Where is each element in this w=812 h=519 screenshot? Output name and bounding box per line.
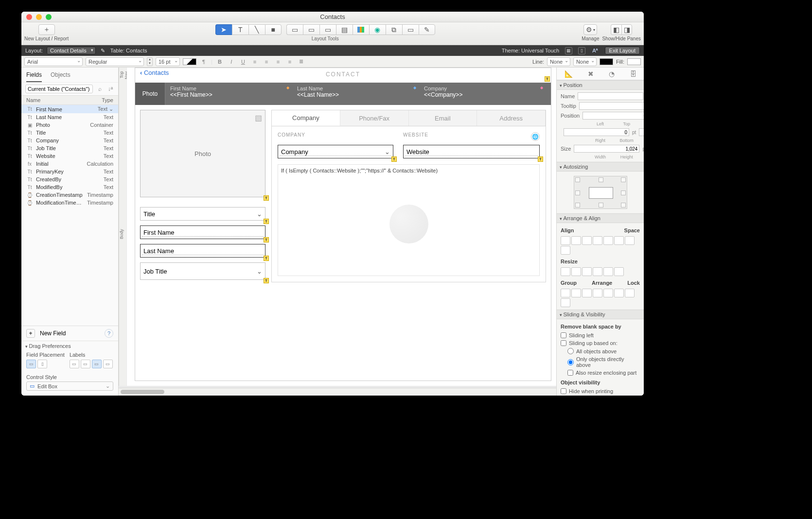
control-style-select[interactable]: ▭Edit Box [26, 381, 113, 391]
tooltip-input[interactable] [579, 102, 644, 110]
align-center-btn[interactable] [571, 236, 581, 245]
drag-prefs-header[interactable]: Drag Preferences [21, 341, 118, 351]
company-field[interactable]: Company⌄T [278, 145, 393, 158]
also-resize-check[interactable]: Also resize enclosing part [567, 370, 640, 376]
layout-selector[interactable]: Contact Details [47, 47, 96, 54]
tab-email[interactable]: Email [409, 110, 477, 126]
web-viewer[interactable]: If ( IsEmpty ( Contacts::Website );"";"h… [278, 164, 540, 276]
label-left[interactable]: ▭ [81, 360, 90, 368]
all-above-radio[interactable]: All objects above [567, 348, 640, 354]
website-field[interactable]: WebsiteT [403, 145, 540, 158]
autosize-control[interactable] [574, 176, 627, 209]
tool-part[interactable]: ▭ [402, 24, 419, 35]
align-bottom-btn[interactable] [614, 236, 624, 245]
underline-icon[interactable]: U [239, 57, 247, 66]
size-select[interactable]: 16 pt [156, 57, 180, 66]
pane-left-button[interactable]: ◧ [611, 24, 621, 35]
inspector-tab-styles[interactable]: ✖︎ [588, 70, 594, 78]
align-toggle-icon[interactable]: ¶ [199, 57, 208, 66]
line-width-select[interactable]: None [547, 57, 570, 66]
tool-field[interactable]: ▭ [286, 24, 303, 35]
section-sliding[interactable]: Sliding & Visibility [557, 310, 644, 319]
italic-icon[interactable]: I [227, 57, 236, 66]
hide-print-check[interactable]: Hide when printing [561, 388, 640, 394]
horizontal-scrollbar[interactable] [119, 388, 556, 396]
tab-objects[interactable]: Objects [51, 71, 71, 82]
sliding-up-check[interactable]: Sliding up based on: [561, 340, 640, 346]
firstname-field[interactable]: First NameT [140, 225, 265, 239]
section-position[interactable]: Position [557, 80, 644, 90]
align-justify-icon[interactable]: ≡ [285, 57, 294, 66]
new-field-row[interactable]: + New Field ? [21, 326, 118, 341]
field-row[interactable]: ⌚CreationTimestampTimestamp [21, 191, 118, 199]
help-icon[interactable]: ? [105, 329, 113, 338]
section-arrange[interactable]: Arrange & Align [557, 213, 644, 223]
space-v-btn[interactable] [561, 246, 570, 255]
tab-address[interactable]: Address [477, 110, 546, 126]
part-topnav-label[interactable]: Top Nav. [119, 68, 126, 82]
tool-webviewer[interactable]: ◉ [369, 24, 386, 35]
table-selector[interactable]: Current Table ("Contacts") [25, 85, 93, 93]
canvas[interactable]: Top Nav. Body Contacts CONTACT T Photo F… [119, 68, 556, 396]
tool-portal[interactable]: ▤ [336, 24, 353, 35]
tool-button[interactable]: ▭ [303, 24, 319, 35]
part-body-label[interactable]: Body [119, 82, 126, 386]
search-icon[interactable]: ⌕ [96, 85, 104, 93]
only-above-radio[interactable]: Only objects directly above [567, 356, 640, 368]
field-row[interactable]: TtPrimaryKeyText [21, 168, 118, 175]
tool-line[interactable]: ╲ [248, 24, 265, 35]
field-row[interactable]: TtModifiedByText [21, 183, 118, 191]
field-row[interactable]: TtTitleText [21, 129, 118, 137]
label-top[interactable]: ▭ [92, 360, 102, 368]
tool-shape[interactable]: ■ [265, 24, 282, 35]
title-field[interactable]: Title⌄ T [140, 207, 265, 221]
text-color-swatch[interactable] [183, 58, 196, 65]
tab-company[interactable]: Company [272, 110, 340, 126]
theme-icon-1[interactable]: ▦ [565, 47, 572, 54]
text-scale-icon[interactable]: Aª [592, 48, 598, 53]
pos-left-input[interactable] [583, 112, 644, 120]
tool-text[interactable]: T [232, 24, 248, 35]
width-input[interactable] [574, 145, 639, 153]
align-middle-btn[interactable] [603, 236, 613, 245]
pane-right-button[interactable]: ◨ [621, 24, 632, 35]
line-color-swatch[interactable] [600, 58, 613, 65]
align-right-icon[interactable]: ≡ [274, 57, 282, 66]
jobtitle-field[interactable]: Job Title⌄ T [140, 262, 265, 280]
inspector-tab-data[interactable]: 🗄 [630, 70, 636, 78]
align-left-btn[interactable] [561, 236, 570, 245]
field-row[interactable]: TtCreatedByText [21, 175, 118, 183]
inspector-tab-appearance[interactable]: ◔ [609, 70, 615, 78]
field-row[interactable]: TtWebsiteText [21, 152, 118, 160]
size-stepper[interactable]: ▲▼ [147, 57, 153, 66]
align-right-btn[interactable] [582, 236, 592, 245]
new-layout-button[interactable]: ＋ [38, 24, 55, 35]
tool-pointer[interactable]: ➤ [215, 24, 232, 35]
tab-fields[interactable]: Fields [26, 71, 42, 82]
field-row[interactable]: TtCompanyText [21, 137, 118, 144]
tool-chart[interactable] [353, 24, 369, 35]
tool-tab[interactable]: ▭ [319, 24, 336, 35]
placement-vertical[interactable]: ▯ [37, 360, 47, 368]
pos-right-input[interactable] [564, 128, 629, 136]
align-center-icon[interactable]: ≡ [262, 57, 271, 66]
space-h-btn[interactable] [625, 236, 635, 245]
settings-button[interactable]: ⚙︎▾ [583, 24, 597, 35]
globe-icon[interactable]: 🌐 [531, 132, 540, 141]
tool-format-painter[interactable]: ✎ [419, 24, 435, 35]
line-spacing-icon[interactable]: ≣ [297, 57, 306, 66]
tool-field-picker[interactable]: ⧉ [386, 24, 402, 35]
font-select[interactable]: Arial [24, 57, 83, 66]
pos-bottom-input[interactable] [639, 128, 644, 136]
bold-icon[interactable]: B [215, 57, 224, 66]
theme-icon-2[interactable]: ▯ [578, 47, 585, 54]
align-left-icon[interactable]: ≡ [250, 57, 259, 66]
exit-layout-button[interactable]: Exit Layout [605, 47, 640, 54]
line-style-select[interactable]: None [573, 57, 597, 66]
fill-color-swatch[interactable] [627, 58, 641, 65]
align-top-btn[interactable] [593, 236, 602, 245]
placement-horizontal[interactable]: ▭ [26, 360, 36, 368]
field-row[interactable]: ⌚ModificationTimesta…Timestamp [21, 199, 118, 207]
field-row[interactable]: ▣PhotoContainer [21, 121, 118, 129]
field-row[interactable]: fxInitialCalculation [21, 160, 118, 168]
